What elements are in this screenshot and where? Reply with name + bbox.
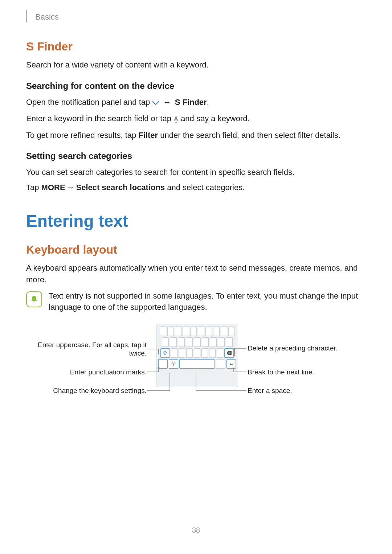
page-number: 38 bbox=[0, 526, 392, 534]
key-generic bbox=[170, 337, 177, 347]
key-generic bbox=[186, 337, 193, 347]
key-generic bbox=[178, 337, 185, 347]
arrow-glyph-2: → bbox=[65, 181, 76, 194]
key-generic bbox=[194, 348, 200, 358]
enter-keyword-post: and say a keyword. bbox=[181, 114, 250, 123]
callout-line bbox=[231, 367, 246, 373]
callout-line bbox=[232, 348, 246, 362]
key-generic bbox=[205, 327, 212, 336]
refined-line: To get more refined results, tap Filter … bbox=[26, 129, 366, 141]
heading-sfinder: S Finder bbox=[26, 40, 366, 53]
key-generic bbox=[175, 327, 181, 336]
svg-rect-0 bbox=[175, 116, 177, 120]
header-divider bbox=[26, 10, 27, 22]
open-panel-post: . bbox=[207, 98, 209, 107]
key-generic bbox=[186, 348, 193, 358]
key-generic bbox=[218, 337, 225, 347]
heading-search-categories: Setting search categories bbox=[26, 151, 366, 161]
key-generic bbox=[198, 327, 204, 336]
note-bell-icon bbox=[26, 291, 42, 307]
key-generic bbox=[221, 327, 227, 336]
key-generic bbox=[179, 348, 185, 358]
enter-keyword-line: Enter a keyword in the search field or t… bbox=[26, 112, 366, 126]
keyboard-diagram: Enter uppercase. For all caps, tap it tw… bbox=[26, 324, 366, 418]
key-settings bbox=[169, 359, 178, 369]
open-panel-pre: Open the notification panel and tap bbox=[26, 98, 152, 107]
note-text: Text entry is not supported in some lang… bbox=[49, 291, 366, 313]
enter-keyword-pre: Enter a keyword in the search field or t… bbox=[26, 114, 173, 123]
callout-delete: Delete a preceding character. bbox=[248, 344, 356, 353]
open-panel-bold: S Finder bbox=[175, 98, 207, 107]
callout-line bbox=[147, 345, 164, 360]
microphone-icon bbox=[173, 114, 179, 126]
svg-point-3 bbox=[173, 363, 174, 365]
arrow-glyph: → bbox=[162, 96, 173, 108]
callout-break: Break to the next line. bbox=[248, 368, 356, 377]
callout-line bbox=[147, 373, 173, 394]
heading-keyboard-layout: Keyboard layout bbox=[26, 243, 366, 257]
running-header: Basics bbox=[26, 12, 366, 22]
callout-line bbox=[194, 373, 246, 395]
sfinder-intro: Search for a wide variety of content wit… bbox=[26, 59, 366, 71]
key-generic bbox=[183, 327, 189, 336]
callout-space: Enter a space. bbox=[248, 386, 356, 395]
key-generic bbox=[226, 337, 233, 347]
key-generic bbox=[228, 327, 235, 336]
heading-entering-text: Entering text bbox=[26, 211, 366, 231]
callout-punct: Enter punctuation marks. bbox=[30, 368, 147, 377]
header-section: Basics bbox=[35, 12, 59, 22]
key-generic bbox=[216, 359, 225, 369]
cat-tap-bold: Select search locations bbox=[76, 183, 165, 192]
key-generic bbox=[167, 327, 174, 336]
cat-tap-line: Tap MORE → Select search locations and s… bbox=[26, 181, 366, 194]
key-generic bbox=[201, 348, 208, 358]
refined-bold: Filter bbox=[138, 131, 158, 140]
callout-uppercase: Enter uppercase. For all caps, tap it tw… bbox=[30, 341, 147, 358]
note-block: Text entry is not supported in some lang… bbox=[26, 291, 366, 313]
key-generic bbox=[213, 327, 220, 336]
key-generic bbox=[171, 348, 177, 358]
key-generic bbox=[194, 337, 201, 347]
svg-line-10 bbox=[172, 365, 172, 365]
cat-tap-pre: Tap bbox=[26, 183, 41, 192]
cat-tap-more: MORE bbox=[41, 183, 65, 192]
key-generic bbox=[210, 337, 217, 347]
refined-post: under the search field, and then select … bbox=[158, 131, 340, 140]
open-panel-line: Open the notification panel and tap → S … bbox=[26, 96, 366, 110]
cat-tap-post: and select categories. bbox=[165, 183, 245, 192]
refined-pre: To get more refined results, tap bbox=[26, 131, 138, 140]
key-generic bbox=[160, 327, 166, 336]
key-space bbox=[179, 359, 215, 369]
key-generic bbox=[217, 348, 223, 358]
svg-line-8 bbox=[172, 362, 172, 363]
svg-line-11 bbox=[175, 362, 175, 363]
cat-body: You can set search categories to search … bbox=[26, 166, 366, 178]
svg-line-9 bbox=[175, 365, 175, 365]
keyboard-body: A keyboard appears automatically when yo… bbox=[26, 262, 366, 286]
heading-search-content: Searching for content on the device bbox=[26, 81, 366, 91]
key-generic bbox=[202, 337, 209, 347]
callout-settings: Change the keyboard settings. bbox=[30, 386, 147, 395]
key-generic bbox=[190, 327, 197, 336]
chevron-down-icon bbox=[152, 97, 159, 110]
key-generic bbox=[209, 348, 216, 358]
callout-line bbox=[147, 366, 164, 373]
